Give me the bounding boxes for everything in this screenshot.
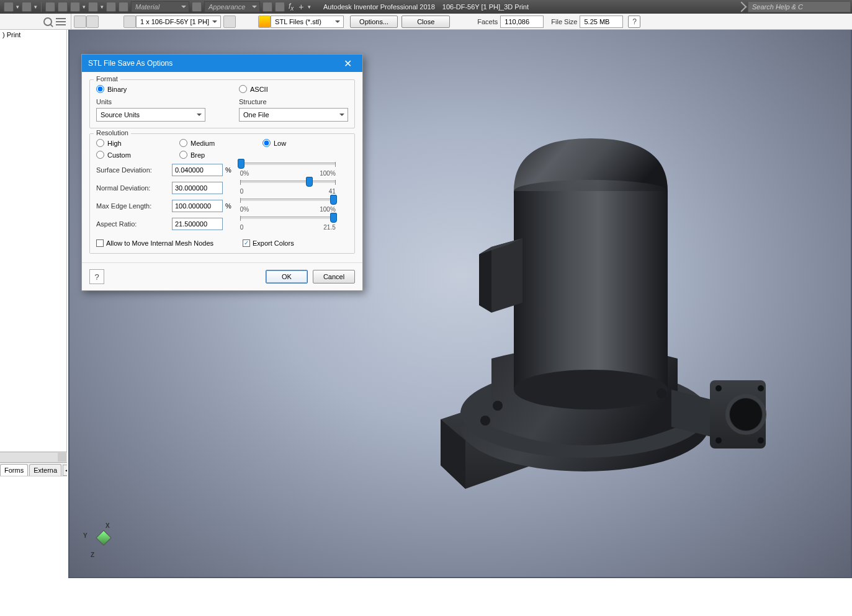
units-label: Units (96, 98, 239, 105)
filesize-value: 5.25 MB (580, 16, 623, 28)
home-icon[interactable] (45, 2, 55, 12)
max-edge-length-label: Max Edge Length: (96, 202, 169, 210)
refresh-icon[interactable] (262, 2, 272, 12)
facets-label: Facets (475, 18, 500, 25)
search-input[interactable]: Search Help & C (748, 1, 851, 12)
radio-low[interactable]: Low (262, 139, 346, 147)
plus-icon[interactable]: + (297, 2, 305, 12)
axis-cube-icon (96, 530, 111, 545)
close-button[interactable]: Close (401, 16, 450, 28)
max-edge-length-input[interactable] (172, 200, 223, 212)
normal-deviation-slider[interactable] (240, 181, 336, 183)
preview-icon[interactable] (86, 16, 99, 28)
checkbox-icon[interactable] (96, 239, 104, 247)
filetype-dropdown[interactable]: STL Files (*.stl) (271, 16, 344, 28)
radio-custom[interactable]: Custom (96, 151, 179, 159)
options-button[interactable]: Options... (350, 16, 398, 28)
redo-arrow-icon[interactable]: ▾ (34, 4, 37, 10)
svg-rect-2 (514, 191, 668, 390)
appearance-icon[interactable] (192, 2, 202, 12)
browser-expand-bar (0, 452, 67, 463)
svg-point-6 (730, 398, 762, 431)
format-legend: Format (94, 75, 120, 83)
units-dropdown[interactable]: Source Units (96, 108, 205, 122)
dialog-title: STL File Save As Options (88, 59, 173, 68)
aspect-ratio-input[interactable] (172, 218, 223, 230)
config-dropdown[interactable]: 1 x 106-DF-56Y [1 PH] (136, 16, 221, 28)
surface-deviation-input[interactable] (172, 164, 223, 176)
refresh-config-icon[interactable] (223, 16, 236, 28)
axis-z-label: Z (91, 551, 94, 558)
open-icon[interactable] (58, 2, 68, 12)
dialog-help-icon[interactable]: ? (89, 269, 104, 284)
svg-point-9 (758, 385, 764, 391)
expand-icon[interactable] (58, 453, 66, 462)
surface-deviation-slider[interactable] (240, 163, 336, 165)
undo-icon[interactable] (4, 2, 14, 12)
facets-value: 110,086 (500, 16, 544, 28)
export-colors-checkbox[interactable]: ✓ Export Colors (243, 239, 294, 247)
search-placeholder: Search Help & C (752, 3, 803, 11)
viewport[interactable]: X Y Z STL File Save As Options ✕ Format … (68, 30, 852, 578)
browser-item[interactable]: ) Print (0, 30, 66, 40)
radio-brep[interactable]: Brep (179, 151, 262, 159)
material-dropdown[interactable]: Material (131, 1, 189, 12)
search-icon[interactable] (43, 17, 52, 26)
browser-tabs: Forms Externa ◂ ▸ (0, 463, 67, 476)
document-title: 106-DF-56Y [1 PH]_3D Print (442, 3, 529, 11)
slider-thumb[interactable] (330, 213, 337, 223)
allow-move-mesh-checkbox[interactable]: Allow to Move Internal Mesh Nodes (96, 239, 243, 247)
app-title: Autodesk Inventor Professional 2018 (323, 3, 435, 11)
undo-arrow-icon[interactable]: ▾ (16, 4, 19, 10)
ok-button[interactable]: OK (266, 270, 308, 283)
save-stl-icon[interactable] (74, 16, 86, 28)
radio-ascii[interactable]: ASCII (239, 85, 268, 93)
chevron-right-icon[interactable] (737, 2, 747, 12)
hamburger-icon[interactable] (56, 18, 66, 25)
resolution-legend: Resolution (94, 129, 131, 136)
close-icon[interactable]: ✕ (339, 55, 356, 72)
checkbox-icon[interactable]: ✓ (243, 239, 250, 247)
redo-icon[interactable] (22, 2, 32, 12)
structure-dropdown[interactable]: One File (239, 108, 348, 122)
select-icon[interactable] (88, 2, 98, 12)
svg-point-14 (657, 388, 666, 398)
stl-badge-icon[interactable] (258, 16, 271, 28)
normal-deviation-input[interactable] (172, 182, 223, 194)
browser-panel: ) Print (0, 30, 67, 452)
aspect-ratio-slider[interactable] (240, 216, 336, 219)
appearance-dropdown[interactable]: Appearance (204, 1, 260, 12)
axis-y-label: Y (83, 532, 87, 539)
radio-high[interactable]: High (96, 139, 179, 147)
slider-thumb[interactable] (330, 195, 337, 205)
tab-forms[interactable]: Forms (0, 464, 28, 476)
radio-medium[interactable]: Medium (179, 139, 262, 147)
svg-point-12 (493, 401, 503, 411)
material-dropdown-label: Material (135, 3, 159, 11)
globe-icon[interactable] (119, 2, 128, 12)
tab-external[interactable]: Externa (29, 464, 61, 476)
measure-icon[interactable] (106, 2, 116, 12)
cancel-button[interactable]: Cancel (313, 270, 355, 283)
format-group: Format Binary ASCII Units Sou (89, 79, 355, 128)
dialog-titlebar[interactable]: STL File Save As Options ✕ (82, 55, 362, 72)
tab-scroll-left-icon[interactable]: ◂ (63, 465, 67, 476)
surface-deviation-label: Surface Deviation: (96, 166, 169, 174)
filesize-label: File Size (549, 18, 580, 25)
help-icon[interactable]: ? (628, 16, 640, 28)
save-icon[interactable] (70, 2, 80, 12)
normal-deviation-label: Normal Deviation: (96, 184, 169, 192)
max-edge-length-slider[interactable] (240, 199, 336, 201)
browse-icon[interactable] (123, 16, 136, 28)
fx-icon[interactable]: fx (287, 2, 295, 12)
axis-triad[interactable]: X Y Z (82, 521, 119, 558)
toolbar-separator (41, 2, 42, 12)
model-preview (398, 117, 814, 501)
titlebar: ▾ ▾ ▾ ▾ Material Appearance fx + ▾ Autod… (0, 0, 852, 14)
slider-thumb[interactable] (238, 159, 244, 169)
svg-point-10 (715, 437, 722, 444)
link-icon[interactable] (275, 2, 285, 12)
axis-x-label: X (105, 522, 110, 529)
slider-thumb[interactable] (306, 177, 313, 187)
radio-binary[interactable]: Binary (96, 85, 239, 93)
